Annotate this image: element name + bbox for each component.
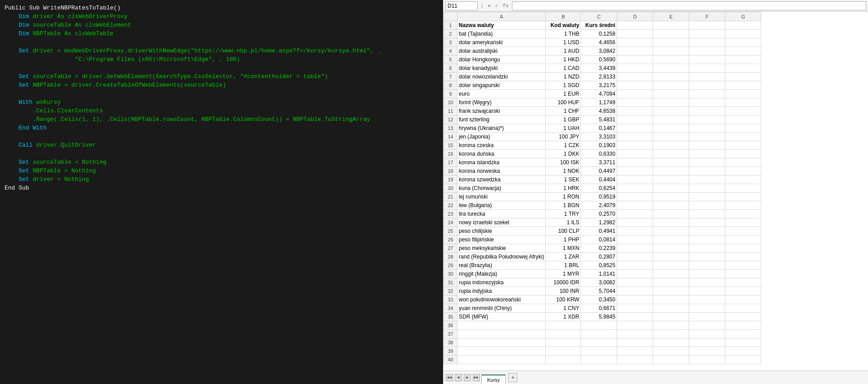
cell-24-E[interactable] xyxy=(653,218,689,227)
cell-6-G[interactable] xyxy=(725,64,761,73)
cell-1-D[interactable] xyxy=(617,21,653,30)
cell-34-D[interactable] xyxy=(617,304,653,313)
cell-4-B[interactable]: 1 AUD xyxy=(546,47,581,56)
cell-5-G[interactable] xyxy=(725,56,761,64)
cell-25-G[interactable] xyxy=(725,227,761,236)
col-header-e[interactable]: E xyxy=(653,12,689,21)
row-header-25[interactable]: 25 xyxy=(444,227,457,236)
add-sheet-button[interactable]: + xyxy=(508,373,517,382)
cell-33-F[interactable] xyxy=(689,296,725,304)
cell-21-G[interactable] xyxy=(725,193,761,201)
cell-13-B[interactable]: 1 UAH xyxy=(546,124,581,133)
cell-5-C[interactable]: 0,5690 xyxy=(581,56,617,64)
cell-9-C[interactable]: 4,7094 xyxy=(581,90,617,98)
row-header-7[interactable]: 7 xyxy=(444,73,457,81)
cell-26-C[interactable]: 0,0814 xyxy=(581,236,617,244)
cell-21-B[interactable]: 1 RON xyxy=(546,193,581,201)
cell-23-A[interactable]: lira turecka xyxy=(457,210,546,218)
row-header-8[interactable]: 8 xyxy=(444,81,457,90)
cell-23-D[interactable] xyxy=(617,210,653,218)
row-header-15[interactable]: 15 xyxy=(444,141,457,150)
cell-35-A[interactable]: SDR (MFW) xyxy=(457,313,546,321)
cell-18-F[interactable] xyxy=(689,167,725,176)
col-header-c[interactable]: C xyxy=(581,12,617,21)
cell-23-E[interactable] xyxy=(653,210,689,218)
cancel-formula-button[interactable]: ✕ xyxy=(486,3,492,9)
cell-24-G[interactable] xyxy=(725,218,761,227)
cell-10-C[interactable]: 1,1749 xyxy=(581,98,617,107)
cell-32-C[interactable]: 5,7044 xyxy=(581,287,617,296)
cell-12-B[interactable]: 1 GBP xyxy=(546,116,581,124)
cell-8-F[interactable] xyxy=(689,81,725,90)
cell-23-C[interactable]: 0,2570 xyxy=(581,210,617,218)
cell-33-B[interactable]: 100 KRW xyxy=(546,296,581,304)
cell-4-G[interactable] xyxy=(725,47,761,56)
cell-29-B[interactable]: 1 BRL xyxy=(546,261,581,270)
cell-37-F[interactable] xyxy=(689,330,725,338)
cell-7-F[interactable] xyxy=(689,73,725,81)
cell-4-C[interactable]: 3,0842 xyxy=(581,47,617,56)
cell-17-C[interactable]: 3,3711 xyxy=(581,158,617,167)
cell-6-C[interactable]: 3,4439 xyxy=(581,64,617,73)
cell-3-C[interactable]: 4,4656 xyxy=(581,38,617,47)
cell-33-D[interactable] xyxy=(617,296,653,304)
cell-14-E[interactable] xyxy=(653,133,689,141)
cell-37-E[interactable] xyxy=(653,330,689,338)
cell-3-E[interactable] xyxy=(653,38,689,47)
cell-29-E[interactable] xyxy=(653,261,689,270)
cell-36-F[interactable] xyxy=(689,321,725,330)
cell-22-A[interactable]: lew (Bułgaria) xyxy=(457,201,546,210)
cell-18-C[interactable]: 0,4497 xyxy=(581,167,617,176)
cell-15-B[interactable]: 1 CZK xyxy=(546,141,581,150)
cell-16-E[interactable] xyxy=(653,150,689,158)
cell-20-D[interactable] xyxy=(617,184,653,193)
cell-16-D[interactable] xyxy=(617,150,653,158)
cell-19-D[interactable] xyxy=(617,176,653,184)
cell-13-D[interactable] xyxy=(617,124,653,133)
cell-38-D[interactable] xyxy=(617,338,653,347)
cell-37-A[interactable] xyxy=(457,330,546,338)
cell-25-A[interactable]: peso chilijskie xyxy=(457,227,546,236)
cell-30-B[interactable]: 1 MYR xyxy=(546,270,581,278)
cell-10-F[interactable] xyxy=(689,98,725,107)
cell-31-C[interactable]: 3,0082 xyxy=(581,278,617,287)
cell-1-G[interactable] xyxy=(725,21,761,30)
cell-39-C[interactable] xyxy=(581,347,617,356)
cell-7-A[interactable]: dolar nowozelandzki xyxy=(457,73,546,81)
cell-38-B[interactable] xyxy=(546,338,581,347)
cell-13-G[interactable] xyxy=(725,124,761,133)
cell-18-A[interactable]: korona norweska xyxy=(457,167,546,176)
cell-17-B[interactable]: 100 ISK xyxy=(546,158,581,167)
row-header-35[interactable]: 35 xyxy=(444,313,457,321)
cell-1-F[interactable] xyxy=(689,21,725,30)
cell-8-B[interactable]: 1 SGD xyxy=(546,81,581,90)
cell-31-B[interactable]: 10000 IDR xyxy=(546,278,581,287)
sheet-nav-prev[interactable]: ◀ xyxy=(455,374,462,381)
cell-37-C[interactable] xyxy=(581,330,617,338)
cell-5-D[interactable] xyxy=(617,56,653,64)
cell-24-D[interactable] xyxy=(617,218,653,227)
cell-8-C[interactable]: 3,2175 xyxy=(581,81,617,90)
cell-28-A[interactable]: rand (Republika Południowej Afryki) xyxy=(457,253,546,261)
cell-24-A[interactable]: nowy izraelski szekel xyxy=(457,218,546,227)
confirm-formula-button[interactable]: ✓ xyxy=(494,3,500,9)
cell-32-F[interactable] xyxy=(689,287,725,296)
cell-8-A[interactable]: dolar singapurski xyxy=(457,81,546,90)
cell-9-E[interactable] xyxy=(653,90,689,98)
cell-7-E[interactable] xyxy=(653,73,689,81)
cell-3-F[interactable] xyxy=(689,38,725,47)
cell-32-A[interactable]: rupia indyjska xyxy=(457,287,546,296)
cell-1-B[interactable]: Kod waluty xyxy=(546,21,581,30)
insert-function-button[interactable]: fx xyxy=(501,3,510,9)
row-header-38[interactable]: 38 xyxy=(444,338,457,347)
cell-26-A[interactable]: peso filipińskie xyxy=(457,236,546,244)
cell-1-A[interactable]: Nazwa waluty xyxy=(457,21,546,30)
cell-26-F[interactable] xyxy=(689,236,725,244)
cell-20-G[interactable] xyxy=(725,184,761,193)
cell-35-D[interactable] xyxy=(617,313,653,321)
cell-40-C[interactable] xyxy=(581,356,617,364)
cell-22-E[interactable] xyxy=(653,201,689,210)
cell-33-C[interactable]: 0,3450 xyxy=(581,296,617,304)
cell-21-F[interactable] xyxy=(689,193,725,201)
cell-reference-input[interactable] xyxy=(445,1,478,10)
